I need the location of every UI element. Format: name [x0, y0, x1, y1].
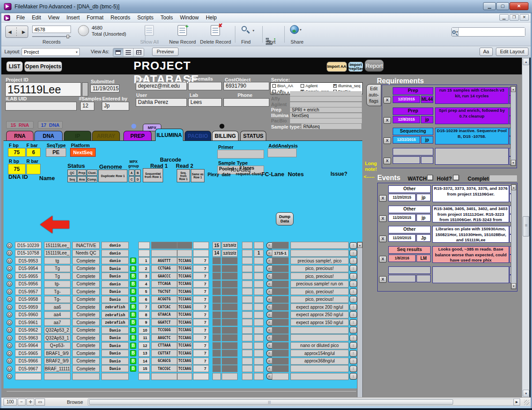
portal-note-field[interactable]: [432, 266, 509, 283]
date-cell[interactable]: [222, 281, 238, 288]
name-cell[interactable]: 151119Lee_: [44, 242, 71, 249]
edit-layout-button[interactable]: Edit Layout: [496, 48, 528, 56]
plexy-cell[interactable]: [212, 273, 221, 280]
genome-cell[interactable]: Danio: [101, 358, 129, 365]
layout-mode-button[interactable]: ▭: [35, 399, 45, 406]
fc-lane-button[interactable]: F: [266, 311, 272, 318]
note-cell[interactable]: pico, precious!: [290, 288, 349, 295]
sort-button[interactable]: Sort: [260, 39, 282, 44]
portal-type-field[interactable]: [388, 266, 431, 274]
clust-cell[interactable]: [254, 365, 264, 372]
bc1-cell[interactable]: CTTAAA: [151, 342, 177, 349]
fc-cell[interactable]: [272, 373, 289, 380]
new-record-icon[interactable]: ＋: [178, 25, 187, 36]
service-field-value[interactable]: [290, 102, 362, 107]
name-cell[interactable]: Tg: [44, 273, 71, 280]
fc-lane-button[interactable]: F: [266, 273, 272, 280]
portal-initials-field[interactable]: jp: [421, 116, 433, 123]
date-cell[interactable]: [222, 319, 238, 326]
scroll-down-icon[interactable]: ▼: [523, 390, 529, 397]
portal-note-field[interactable]: R15-3372, 3373, 3374, 3375, and 3376 fro…: [432, 185, 509, 202]
fc-lane-button[interactable]: F: [266, 258, 272, 264]
issue-button[interactable]: !: [350, 273, 357, 280]
batch-badge[interactable]: B: [130, 288, 136, 295]
resize-grip[interactable]: [524, 400, 529, 405]
scroll-thumb[interactable]: [523, 216, 529, 236]
name-cell[interactable]: Tg-: [44, 288, 71, 295]
name-cell[interactable]: aa7: [44, 319, 71, 326]
mpx-group-button-c[interactable]: C: [129, 176, 134, 182]
clust-cell[interactable]: [254, 327, 264, 334]
import-prepseq-button[interactable]: Import Prep/Seq: [348, 62, 363, 72]
bp-cell[interactable]: 7: [193, 365, 209, 372]
portal-note-field[interactable]: R15-3406, 3405, 3401, 3402, and 3403 fro…: [432, 206, 509, 222]
fc-lane-button[interactable]: F: [266, 281, 272, 287]
horizontal-scroll-thumb[interactable]: [89, 399, 453, 405]
req-cell[interactable]: [242, 350, 253, 357]
portal-delete-button[interactable]: X: [383, 97, 391, 103]
clust-cell[interactable]: [254, 319, 264, 326]
portal-initials-field[interactable]: jp: [417, 214, 431, 222]
watch-checkbox[interactable]: [427, 175, 433, 180]
status-cell[interactable]: Needs QC: [72, 250, 100, 257]
row-expander-button[interactable]: [7, 342, 14, 349]
bc2-cell[interactable]: TCCAAG: [177, 334, 192, 341]
tab-dna[interactable]: DNA: [34, 131, 63, 141]
tab-illumina[interactable]: ILLUMINA: [155, 129, 183, 141]
service-checkbox-illumina_seq[interactable]: Illumina_seq: [331, 84, 362, 88]
portal-initials-field[interactable]: Jp: [417, 234, 431, 242]
date-cell[interactable]: [222, 342, 238, 349]
expander-circle-icon[interactable]: [7, 296, 12, 302]
clust-cell[interactable]: [254, 350, 264, 357]
addanalysis-field[interactable]: [268, 148, 297, 157]
portal-note-field[interactable]: Looks good, ~385 m reads. Base balance w…: [432, 246, 509, 263]
note-cell[interactable]: [290, 327, 349, 334]
req-cell[interactable]: [242, 311, 253, 318]
service-field-value[interactable]: [290, 91, 362, 96]
fc-lane-button[interactable]: F: [266, 358, 272, 364]
portal-date-field[interactable]: 11/20/2015: [388, 194, 416, 201]
fc-cell[interactable]: [272, 327, 289, 334]
close-button[interactable]: ✕: [510, 2, 528, 10]
mode-select[interactable]: Browse: [57, 399, 93, 406]
fc-lane-button[interactable]: F: [266, 296, 272, 303]
row-expander-button[interactable]: [7, 288, 14, 295]
issue-button[interactable]: !: [350, 342, 357, 349]
report-button[interactable]: Report: [365, 59, 384, 72]
service-field-value[interactable]: NextSeq: [290, 113, 362, 118]
fc-cell[interactable]: 1715-1: [272, 250, 289, 257]
zoom-out-button[interactable]: −: [18, 399, 26, 406]
date-cell[interactable]: [222, 265, 238, 272]
id-cell[interactable]: D15-10758: [15, 250, 41, 257]
id-cell[interactable]: D15-9958: [15, 296, 41, 303]
tab-pacbio[interactable]: PACBIO: [185, 131, 211, 141]
bp-cell[interactable]: 7: [193, 327, 209, 334]
bp-cell[interactable]: [193, 250, 209, 257]
samples-field[interactable]: 12: [80, 102, 94, 111]
plexy-cell[interactable]: [212, 288, 221, 295]
row-expander-button[interactable]: [7, 273, 14, 280]
service-field-value[interactable]: [290, 96, 362, 101]
issue-button[interactable]: !: [350, 288, 357, 295]
record-navigation-book[interactable]: ◀▶: [5, 26, 28, 38]
status-flag-button-comp[interactable]: Comp.: [87, 176, 97, 182]
id-cell[interactable]: D15-9966: [15, 358, 41, 365]
costobject-field[interactable]: 6931790: [223, 82, 269, 90]
status-cell[interactable]: Complete: [72, 296, 100, 303]
status-cell[interactable]: Complete: [72, 311, 100, 318]
row-expander-button[interactable]: [7, 350, 14, 357]
expander-circle-icon[interactable]: [7, 304, 12, 310]
issue-button[interactable]: !: [350, 304, 357, 310]
bc1-cell[interactable]: AGGTTT: [151, 257, 177, 264]
seqtype-field[interactable]: PE: [46, 148, 66, 157]
plexy-cell[interactable]: [212, 365, 221, 372]
date-cell[interactable]: [222, 257, 238, 264]
menu-edit[interactable]: Edit: [28, 14, 45, 22]
req-cell[interactable]: [242, 342, 253, 349]
mdi-close-button[interactable]: ✕: [520, 14, 529, 21]
table-scrollbar[interactable]: ▲ ▼: [357, 242, 363, 397]
bp-cell[interactable]: 7: [193, 281, 209, 288]
status-cell[interactable]: Complete: [72, 265, 100, 272]
plexy-cell[interactable]: [212, 350, 221, 357]
fc-cell[interactable]: [272, 288, 289, 295]
